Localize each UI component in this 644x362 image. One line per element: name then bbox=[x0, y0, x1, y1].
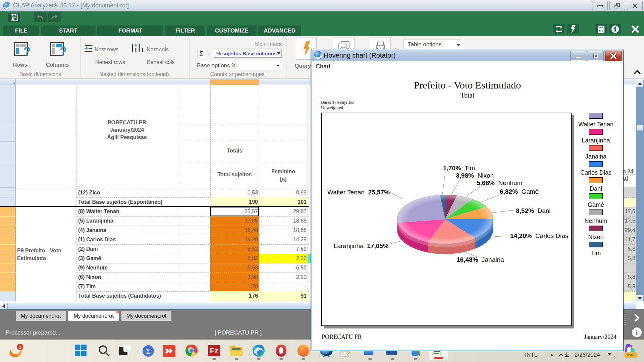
svg-text:Σ: Σ bbox=[146, 347, 151, 355]
svg-text:?: ? bbox=[23, 45, 30, 58]
svg-text:Fz: Fz bbox=[210, 347, 218, 355]
svg-text:?: ? bbox=[60, 45, 66, 58]
svg-text:1: 1 bbox=[19, 345, 21, 350]
